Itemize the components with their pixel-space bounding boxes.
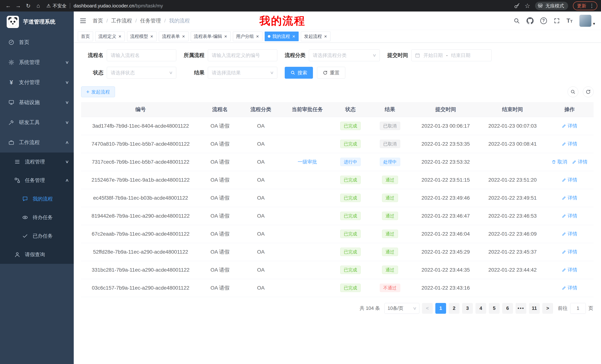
next-page-button[interactable]: > (542, 303, 553, 314)
status-select[interactable]: 请选择状态 ∨ (107, 67, 176, 79)
close-icon[interactable]: × (256, 34, 259, 39)
search-button[interactable]: 搜索 (285, 67, 313, 79)
github-icon[interactable] (527, 17, 534, 24)
tab-process-form-edit[interactable]: 流程表单-编辑× (191, 31, 231, 41)
close-icon[interactable]: × (182, 34, 185, 39)
update-label[interactable]: 更新 (577, 3, 586, 9)
column-header: 提交时间 (412, 102, 480, 117)
home-icon[interactable]: ⌂ (34, 1, 43, 10)
page-button[interactable]: 4 (475, 303, 486, 314)
toggle-search-button[interactable] (568, 86, 578, 97)
detail-link[interactable]: 详情 (562, 177, 577, 183)
page-button[interactable]: 3 (462, 303, 473, 314)
search-icon[interactable] (513, 18, 520, 24)
category-select[interactable]: 请选择流程分类 ∨ (309, 49, 380, 61)
breadcrumb-item[interactable]: 任务管理 (140, 17, 161, 24)
detail-link[interactable]: 详情 (562, 231, 577, 237)
detail-link[interactable]: 详情 (562, 285, 577, 291)
fullscreen-icon[interactable] (554, 18, 560, 24)
sidebar-item-leave-query[interactable]: 请假查询 (0, 245, 74, 264)
table-row: ec45f38f-7b9a-11ec-b03b-acde48001122 OA … (81, 189, 594, 207)
kebab-menu-icon[interactable]: ⋮ (589, 3, 594, 9)
tab-process-model[interactable]: 流程模型× (127, 31, 157, 41)
edit-icon (562, 142, 566, 146)
sidebar-item-system[interactable]: 系统管理 ∨ (0, 52, 74, 72)
detail-link[interactable]: 详情 (562, 195, 577, 201)
address-bar[interactable]: ⚠ 不安全 dashboard.yudao.iocoder.cn/bpm/tas… (46, 3, 513, 9)
sidebar-item-payment[interactable]: ¥ 支付管理 ∨ (0, 72, 74, 92)
security-warning[interactable]: ⚠ 不安全 (46, 3, 67, 9)
edit-icon (562, 268, 566, 272)
tab-process-definition[interactable]: 流程定义× (95, 31, 125, 41)
browser-menu[interactable]: 更新 ⋮ (573, 1, 597, 10)
cell-result: 通过 (368, 207, 412, 225)
sidebar-item-my-process[interactable]: 我的流程 (0, 190, 74, 208)
tab-user-group[interactable]: 用户分组× (233, 31, 262, 41)
close-icon[interactable]: × (224, 34, 228, 39)
tab-process-form[interactable]: 流程表单× (159, 31, 188, 41)
sidebar-item-task-management[interactable]: 任务管理 ∧ (0, 171, 74, 190)
result-select[interactable]: 请选择流结果 ∨ (208, 67, 277, 79)
back-icon[interactable]: ← (4, 1, 13, 10)
sidebar-item-process-management[interactable]: 流程管理 ∨ (0, 153, 74, 171)
cancel-link[interactable]: 取消 (551, 159, 567, 165)
bookmark-star-icon[interactable]: ☆ (525, 2, 530, 10)
page-button[interactable]: 6 (502, 303, 513, 314)
goto-label: 前往 (558, 305, 568, 312)
reset-button[interactable]: 重置 (317, 67, 345, 79)
page-button-last[interactable]: 11 (529, 303, 540, 314)
detail-link[interactable]: 详情 (562, 123, 577, 129)
page-button[interactable]: 2 (449, 303, 460, 314)
prev-page-button[interactable]: < (422, 303, 433, 314)
sidebar-item-infrastructure[interactable]: 基础设施 ∨ (0, 92, 74, 112)
user-menu[interactable]: ▾ (579, 15, 595, 27)
tab-home[interactable]: 首页 (78, 31, 93, 41)
parent-process-input[interactable] (208, 49, 277, 61)
key-icon[interactable] (514, 3, 520, 9)
close-icon[interactable]: × (292, 34, 295, 39)
url-text[interactable]: dashboard.yudao.iocoder.cn/bpm/task/my (74, 3, 163, 9)
close-icon[interactable]: × (324, 34, 327, 39)
cell-category: OA (240, 279, 282, 297)
more-pages-button[interactable]: ••• (516, 303, 526, 314)
table-row: 52ffd28e-7b9a-11ec-a290-acde48001122 OA … (81, 243, 594, 261)
status-tag: 已完成 (340, 230, 361, 238)
sidebar-item-workflow[interactable]: 工作流程 ∧ (0, 133, 74, 153)
detail-link[interactable]: 详情 (562, 141, 577, 147)
help-icon[interactable]: ? (540, 18, 547, 24)
font-size-icon[interactable]: TT (567, 17, 573, 24)
current-task-link[interactable]: 一级审批 (298, 159, 317, 165)
cell-actions: 详情 (545, 261, 594, 279)
detail-link[interactable]: 详情 (562, 249, 577, 255)
detail-link[interactable]: 详情 (572, 159, 588, 165)
goto-page-input[interactable] (570, 303, 586, 314)
tab-label: 我的流程 (272, 33, 290, 39)
cell-category: OA (240, 171, 282, 189)
page-button[interactable]: 1 (435, 303, 446, 314)
page-button[interactable]: 5 (489, 303, 500, 314)
sidebar-item-label: 研发工具 (19, 119, 40, 126)
forward-icon[interactable]: → (14, 1, 23, 10)
sidebar-item-label: 首页 (19, 39, 29, 46)
sidebar-item-devtools[interactable]: 研发工具 ∨ (0, 112, 74, 133)
breadcrumb-item[interactable]: 首页 (93, 17, 103, 24)
avatar[interactable] (579, 15, 591, 27)
reload-icon[interactable]: ↻ (24, 1, 33, 10)
page-size-select[interactable]: 10条/页 ∨ (384, 303, 419, 314)
close-icon[interactable]: × (118, 34, 122, 39)
refresh-table-button[interactable] (583, 86, 594, 97)
sidebar-item-todo-tasks[interactable]: 待办任务 (0, 208, 74, 227)
sidebar-item-done-tasks[interactable]: 已办任务 (0, 227, 74, 245)
process-name-input[interactable] (107, 49, 176, 61)
create-process-button[interactable]: + 发起流程 (81, 86, 115, 97)
submit-time-range-picker[interactable]: 开始日期 - 结束日期 (411, 49, 492, 61)
close-icon[interactable]: × (150, 34, 153, 39)
cell-process-name: OA 请假 (200, 153, 240, 171)
breadcrumb-item[interactable]: 工作流程 (111, 17, 132, 24)
tab-start-process[interactable]: 发起流程× (301, 31, 331, 41)
tab-my-process[interactable]: 我的流程× (265, 31, 299, 41)
detail-link[interactable]: 详情 (562, 213, 577, 219)
hamburger-icon[interactable] (80, 17, 87, 25)
sidebar-item-home[interactable]: 首页 (0, 32, 74, 52)
detail-link[interactable]: 详情 (562, 267, 577, 273)
